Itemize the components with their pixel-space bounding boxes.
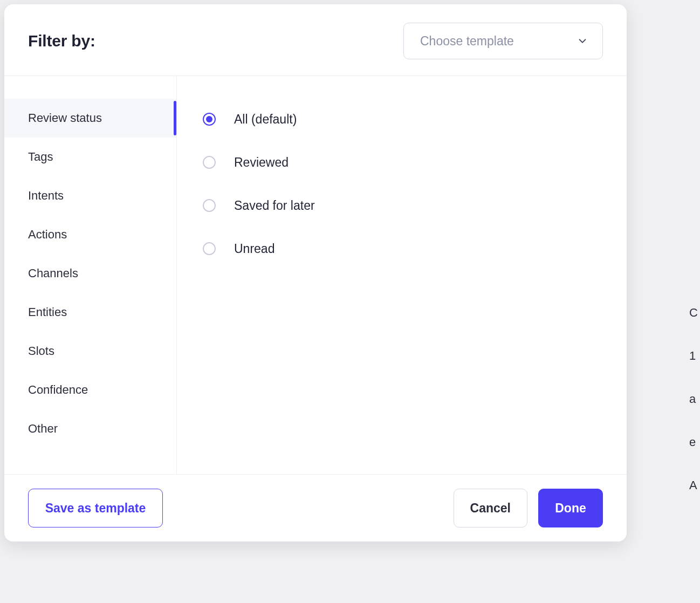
radio-icon: [203, 199, 216, 212]
radio-label: Reviewed: [234, 155, 289, 170]
filter-modal: Filter by: Choose template Review status…: [4, 4, 627, 542]
choose-template-placeholder: Choose template: [420, 34, 514, 49]
sidebar-item-actions[interactable]: Actions: [4, 215, 176, 254]
sidebar-item-label: Other: [28, 422, 58, 436]
sidebar-item-label: Confidence: [28, 383, 88, 397]
done-button[interactable]: Done: [538, 489, 603, 527]
radio-option-reviewed[interactable]: Reviewed: [203, 141, 605, 184]
save-as-template-button[interactable]: Save as template: [28, 489, 163, 527]
sidebar-item-tags[interactable]: Tags: [4, 138, 176, 176]
modal-body: Review status Tags Intents Actions Chann…: [4, 76, 627, 474]
radio-option-all[interactable]: All (default): [203, 98, 605, 141]
radio-icon: [203, 156, 216, 169]
radio-label: Saved for later: [234, 198, 315, 213]
radio-label: Unread: [234, 242, 274, 256]
radio-label: All (default): [234, 112, 297, 127]
chevron-down-icon: [577, 35, 588, 47]
radio-option-unread[interactable]: Unread: [203, 227, 605, 270]
modal-title: Filter by:: [28, 32, 95, 50]
choose-template-select[interactable]: Choose template: [403, 23, 603, 59]
sidebar-item-entities[interactable]: Entities: [4, 293, 176, 332]
sidebar-item-other[interactable]: Other: [4, 409, 176, 448]
sidebar-item-label: Tags: [28, 150, 53, 164]
sidebar-item-channels[interactable]: Channels: [4, 254, 176, 293]
sidebar-item-label: Entities: [28, 305, 67, 319]
sidebar-item-confidence[interactable]: Confidence: [4, 371, 176, 409]
filter-options-panel: All (default) Reviewed Saved for later U…: [177, 76, 627, 474]
modal-header: Filter by: Choose template: [4, 4, 627, 76]
sidebar-item-label: Slots: [28, 344, 54, 358]
radio-icon: [203, 242, 216, 255]
sidebar-item-review-status[interactable]: Review status: [4, 99, 176, 138]
sidebar-item-label: Channels: [28, 266, 78, 280]
sidebar-item-label: Review status: [28, 111, 102, 125]
cancel-button[interactable]: Cancel: [454, 489, 527, 527]
sidebar-item-intents[interactable]: Intents: [4, 176, 176, 215]
filter-category-sidebar: Review status Tags Intents Actions Chann…: [4, 76, 177, 474]
radio-option-saved-for-later[interactable]: Saved for later: [203, 184, 605, 227]
background-text-hint: C1aeA: [689, 291, 700, 507]
radio-icon: [203, 113, 216, 126]
modal-footer: Save as template Cancel Done: [4, 474, 627, 542]
sidebar-item-label: Intents: [28, 189, 64, 203]
footer-actions: Cancel Done: [454, 489, 603, 527]
sidebar-item-slots[interactable]: Slots: [4, 332, 176, 371]
sidebar-item-label: Actions: [28, 228, 67, 242]
